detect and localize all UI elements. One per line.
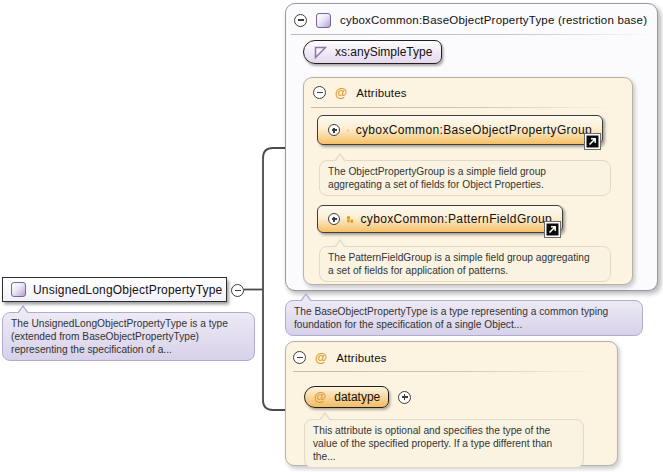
attribute-icon: @ [314,391,326,403]
root-type-label: UnsignedLongObjectPropertyType [33,283,222,297]
own-attributes-panel: @ Attributes @ datatype This attribute i… [285,341,618,466]
datatype-tooltip: This attribute is optional and specifies… [304,419,584,468]
attributes-label: Attributes [336,352,387,364]
base-type-tooltip: The BaseObjectPropertyType is a type rep… [285,300,643,336]
divider [293,371,598,372]
divider [291,34,655,35]
attribute-group-tooltip: The PatternFieldGroup is a simple field … [319,246,611,282]
attribute-group-icon [347,213,353,226]
attribute-group-label: cyboxCommon:PatternFieldGroup [360,212,552,226]
divider [311,107,616,108]
attribute-icon: @ [315,352,327,364]
collapse-icon[interactable] [294,14,307,27]
attribute-group-row[interactable]: cyboxCommon:PatternFieldGroup [317,205,563,233]
base-attributes-panel: @ Attributes cyboxCommon:BaseObjectPrope… [303,77,633,285]
base-type-panel: cyboxCommon:BaseObjectPropertyType (rest… [285,3,658,291]
base-type-header: cyboxCommon:BaseObjectPropertyType (rest… [294,10,647,30]
attribute-icon: @ [335,87,347,99]
expand-icon[interactable] [398,391,411,404]
expand-icon[interactable] [328,213,340,225]
attribute-group-tooltip: The ObjectPropertyGroup is a simple fiel… [319,160,611,196]
simple-type-badge[interactable]: xs:anySimpleType [303,40,442,64]
attributes-header: @ Attributes [293,351,387,364]
collapse-icon[interactable] [293,351,306,364]
attribute-group-row[interactable]: cyboxCommon:BaseObjectPropertyGroup [317,115,603,145]
expand-icon[interactable] [328,124,340,136]
root-type-box[interactable]: UnsignedLongObjectPropertyType [2,277,227,302]
attributes-label: Attributes [356,87,407,99]
simple-type-label: xs:anySimpleType [335,45,432,59]
complex-type-icon [316,13,331,28]
navigate-icon[interactable] [545,222,560,237]
attribute-group-label: cyboxCommon:BaseObjectPropertyGroup [356,123,592,137]
collapse-icon[interactable] [313,86,326,99]
collapse-icon[interactable] [231,284,244,297]
root-type-tooltip: The UnsignedLongObjectPropertyType is a … [2,312,255,361]
attribute-row: @ datatype [304,386,411,408]
complex-type-icon [11,282,26,297]
datatype-label: datatype [334,390,380,404]
datatype-badge[interactable]: @ datatype [304,386,389,408]
base-type-label: cyboxCommon:BaseObjectPropertyType (rest… [340,14,647,26]
attribute-group-icon [347,124,349,137]
simple-type-icon [314,46,327,59]
navigate-icon[interactable] [585,134,600,149]
attributes-header: @ Attributes [313,86,407,99]
